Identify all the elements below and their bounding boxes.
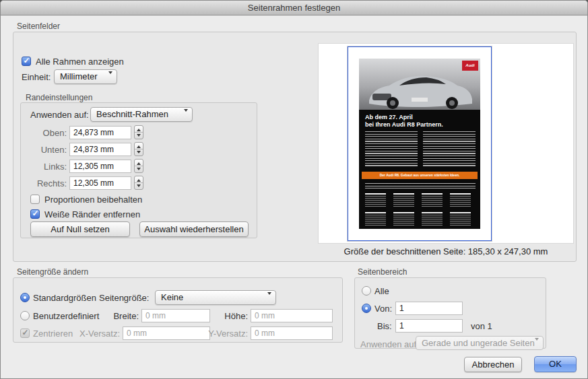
cropped-size-caption: Größe der beschnittenen Seite: 185,30 x … xyxy=(318,246,574,256)
dealer-block xyxy=(393,212,418,227)
ad-body-text-right xyxy=(423,131,476,168)
margin-bottom-input[interactable] xyxy=(69,143,131,156)
dealer-block xyxy=(422,193,446,208)
ad-body-text-left xyxy=(365,131,418,168)
page-size-group-label: Seitengröße ändern xyxy=(17,267,88,277)
custom-size-radio[interactable] xyxy=(20,311,30,320)
apply-to-value: Beschnitt-Rahmen xyxy=(96,109,168,119)
dealer-listing xyxy=(365,193,474,227)
ad-body-text-bottom xyxy=(365,183,476,190)
ad-orange-band: Der Audi R8. Gebaut aus unseren stärkste… xyxy=(362,172,478,179)
range-apply-to-value: Gerade und ungerade Seiten xyxy=(422,338,535,348)
page-range-group: Alle Von: Bis: von 1 Anwenden auf: Gerad… xyxy=(354,277,546,349)
ok-button[interactable]: OK xyxy=(534,356,577,372)
page-count-label: von 1 xyxy=(471,321,492,331)
y-offset-input[interactable] xyxy=(251,326,333,340)
popup-arrows-icon xyxy=(531,339,539,350)
ad-headline: Ab dem 27. April bei Ihren Audi R8 Partn… xyxy=(365,114,443,129)
margin-bottom-label: Unten: xyxy=(28,145,67,155)
all-pages-label: Alle xyxy=(374,286,389,296)
red-logo-badge: Audi xyxy=(462,61,478,71)
height-label: Höhe: xyxy=(216,311,248,321)
margin-top-label: Oben: xyxy=(28,128,67,138)
x-offset-label: X-Versatz: xyxy=(74,329,120,339)
height-input[interactable] xyxy=(251,309,333,322)
range-apply-to-label: Anwenden auf: xyxy=(360,339,419,349)
standard-sizes-label: Standardgrößen xyxy=(33,293,96,303)
margin-settings-group-label: Randeinstellungen xyxy=(26,93,92,102)
to-page-label: Bis: xyxy=(377,321,392,331)
remove-white-margins-checkbox[interactable] xyxy=(30,209,40,219)
margin-left-input[interactable] xyxy=(69,160,131,173)
popup-arrows-icon xyxy=(104,73,112,84)
margin-right-stepper[interactable] xyxy=(134,176,143,190)
margin-left-label: Links: xyxy=(28,162,67,172)
width-input[interactable] xyxy=(141,309,210,322)
all-pages-radio[interactable] xyxy=(362,286,371,296)
page-preview-panel: Audi Ab dem 27. April bei Ihren Audi R8 … xyxy=(318,43,574,244)
custom-size-label: Benutzerdefiniert xyxy=(33,311,99,321)
unit-dropdown[interactable]: Millimeter xyxy=(54,69,117,84)
dialog-title: Seitenrahmen festlegen xyxy=(248,3,340,13)
center-checkbox[interactable] xyxy=(20,329,30,338)
dealer-block xyxy=(365,193,389,208)
remove-white-margins-label: Weiße Ränder entfernen xyxy=(44,209,140,219)
margin-bottom-stepper[interactable] xyxy=(134,142,143,156)
dealer-block xyxy=(450,193,474,208)
page-size-group: Standardgrößen Seitengröße: Keine Benutz… xyxy=(13,277,343,343)
margin-settings-group: Anwenden auf: Beschnitt-Rahmen Oben: Unt… xyxy=(20,102,257,238)
dealer-block xyxy=(365,212,389,227)
title-bar[interactable]: Seitenrahmen festlegen xyxy=(1,1,587,15)
center-label: Zentrieren xyxy=(33,329,73,339)
margin-top-input[interactable] xyxy=(69,126,131,139)
to-page-input[interactable] xyxy=(395,319,463,333)
dealer-block xyxy=(422,212,446,227)
from-page-radio[interactable] xyxy=(362,304,371,313)
page-size-value: Keine xyxy=(161,292,183,302)
page-range-group-label: Seitenbereich xyxy=(358,267,407,277)
range-apply-to-dropdown[interactable]: Gerade und ungerade Seiten xyxy=(416,336,544,350)
popup-arrows-icon xyxy=(263,294,271,305)
margin-top-stepper[interactable] xyxy=(134,125,143,139)
from-page-input[interactable] xyxy=(395,302,463,315)
apply-to-dropdown[interactable]: Beschnitt-Rahmen xyxy=(90,107,193,122)
page-preview[interactable]: Audi Ab dem 27. April bei Ihren Audi R8 … xyxy=(348,46,492,241)
revert-selection-button[interactable]: Auswahl wiederherstellen xyxy=(139,221,249,237)
y-offset-label: Y-Versatz: xyxy=(203,329,248,339)
popup-arrows-icon xyxy=(180,110,188,122)
ad-artwork: Audi Ab dem 27. April bei Ihren Audi R8 … xyxy=(359,59,480,229)
page-boxes-group: Alle Rahmen anzeigen Einheit: Millimeter… xyxy=(13,32,577,262)
show-all-boxes-checkbox[interactable] xyxy=(22,57,31,66)
width-label: Breite: xyxy=(94,311,139,321)
page-size-label: Seitengröße: xyxy=(99,293,149,303)
from-page-label: Von: xyxy=(374,304,392,314)
unit-label: Einheit: xyxy=(22,72,51,82)
page-boxes-group-label: Seitenfelder xyxy=(17,22,60,31)
crop-pages-dialog: Seitenrahmen festlegen Seitenfelder Alle… xyxy=(0,0,588,379)
x-offset-input[interactable] xyxy=(123,326,210,340)
constrain-proportions-checkbox[interactable] xyxy=(30,195,40,204)
margin-left-stepper[interactable] xyxy=(134,159,143,173)
page-size-dropdown[interactable]: Keine xyxy=(155,290,276,305)
set-to-zero-button[interactable]: Auf Null setzen xyxy=(30,221,130,237)
ad-headline-line2: bei Ihren Audi R8 Partnern. xyxy=(365,121,443,129)
dealer-block xyxy=(450,212,474,227)
dealer-block xyxy=(393,193,418,208)
unit-value: Millimeter xyxy=(60,71,98,81)
apply-to-label: Anwenden auf: xyxy=(30,110,89,120)
margin-right-label: Rechts: xyxy=(28,178,67,188)
cancel-button[interactable]: Abbrechen xyxy=(464,357,522,372)
show-all-boxes-label: Alle Rahmen anzeigen xyxy=(36,57,124,67)
ad-headline-line1: Ab dem 27. April xyxy=(365,114,443,121)
standard-sizes-radio[interactable] xyxy=(20,293,30,302)
constrain-proportions-label: Proportionen beibehalten xyxy=(44,195,142,205)
margin-right-input[interactable] xyxy=(69,176,131,190)
